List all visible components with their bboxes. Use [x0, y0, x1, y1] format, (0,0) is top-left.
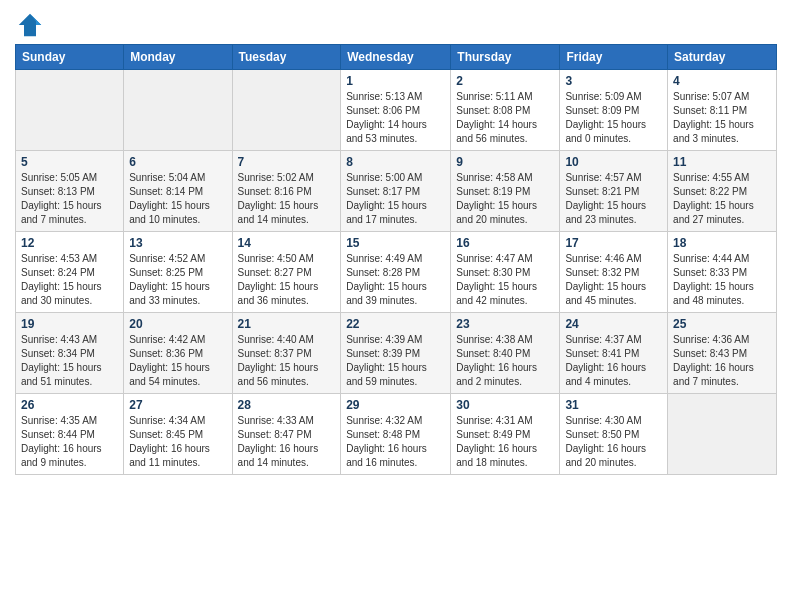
calendar-cell: 31Sunrise: 4:30 AM Sunset: 8:50 PM Dayli… — [560, 394, 668, 475]
calendar-cell: 6Sunrise: 5:04 AM Sunset: 8:14 PM Daylig… — [124, 151, 232, 232]
calendar-cell: 2Sunrise: 5:11 AM Sunset: 8:08 PM Daylig… — [451, 70, 560, 151]
day-info: Sunrise: 4:32 AM Sunset: 8:48 PM Dayligh… — [346, 414, 445, 470]
day-number: 18 — [673, 236, 771, 250]
calendar-cell: 25Sunrise: 4:36 AM Sunset: 8:43 PM Dayli… — [668, 313, 777, 394]
day-number: 17 — [565, 236, 662, 250]
day-number: 6 — [129, 155, 226, 169]
day-info: Sunrise: 5:09 AM Sunset: 8:09 PM Dayligh… — [565, 90, 662, 146]
day-info: Sunrise: 4:36 AM Sunset: 8:43 PM Dayligh… — [673, 333, 771, 389]
calendar-week-row: 5Sunrise: 5:05 AM Sunset: 8:13 PM Daylig… — [16, 151, 777, 232]
calendar-cell: 1Sunrise: 5:13 AM Sunset: 8:06 PM Daylig… — [341, 70, 451, 151]
day-number: 5 — [21, 155, 118, 169]
calendar-cell: 19Sunrise: 4:43 AM Sunset: 8:34 PM Dayli… — [16, 313, 124, 394]
weekday-header-tuesday: Tuesday — [232, 45, 341, 70]
logo-icon — [15, 10, 45, 40]
weekday-header-monday: Monday — [124, 45, 232, 70]
day-number: 26 — [21, 398, 118, 412]
calendar-table: SundayMondayTuesdayWednesdayThursdayFrid… — [15, 44, 777, 475]
weekday-header-sunday: Sunday — [16, 45, 124, 70]
day-info: Sunrise: 4:39 AM Sunset: 8:39 PM Dayligh… — [346, 333, 445, 389]
day-number: 13 — [129, 236, 226, 250]
day-number: 24 — [565, 317, 662, 331]
day-info: Sunrise: 4:33 AM Sunset: 8:47 PM Dayligh… — [238, 414, 336, 470]
calendar-cell — [16, 70, 124, 151]
calendar-cell: 23Sunrise: 4:38 AM Sunset: 8:40 PM Dayli… — [451, 313, 560, 394]
day-number: 3 — [565, 74, 662, 88]
day-number: 15 — [346, 236, 445, 250]
day-info: Sunrise: 4:44 AM Sunset: 8:33 PM Dayligh… — [673, 252, 771, 308]
day-number: 19 — [21, 317, 118, 331]
calendar-cell: 9Sunrise: 4:58 AM Sunset: 8:19 PM Daylig… — [451, 151, 560, 232]
day-number: 20 — [129, 317, 226, 331]
calendar-cell: 18Sunrise: 4:44 AM Sunset: 8:33 PM Dayli… — [668, 232, 777, 313]
page-header — [15, 10, 777, 40]
day-info: Sunrise: 4:50 AM Sunset: 8:27 PM Dayligh… — [238, 252, 336, 308]
calendar-cell: 8Sunrise: 5:00 AM Sunset: 8:17 PM Daylig… — [341, 151, 451, 232]
weekday-header-friday: Friday — [560, 45, 668, 70]
calendar-cell: 7Sunrise: 5:02 AM Sunset: 8:16 PM Daylig… — [232, 151, 341, 232]
day-number: 8 — [346, 155, 445, 169]
calendar-cell: 14Sunrise: 4:50 AM Sunset: 8:27 PM Dayli… — [232, 232, 341, 313]
calendar-cell — [232, 70, 341, 151]
day-info: Sunrise: 4:46 AM Sunset: 8:32 PM Dayligh… — [565, 252, 662, 308]
day-number: 30 — [456, 398, 554, 412]
day-info: Sunrise: 4:37 AM Sunset: 8:41 PM Dayligh… — [565, 333, 662, 389]
day-number: 25 — [673, 317, 771, 331]
calendar-cell: 22Sunrise: 4:39 AM Sunset: 8:39 PM Dayli… — [341, 313, 451, 394]
calendar-cell — [124, 70, 232, 151]
calendar-week-row: 12Sunrise: 4:53 AM Sunset: 8:24 PM Dayli… — [16, 232, 777, 313]
calendar-week-row: 1Sunrise: 5:13 AM Sunset: 8:06 PM Daylig… — [16, 70, 777, 151]
calendar-cell: 27Sunrise: 4:34 AM Sunset: 8:45 PM Dayli… — [124, 394, 232, 475]
day-info: Sunrise: 5:07 AM Sunset: 8:11 PM Dayligh… — [673, 90, 771, 146]
day-info: Sunrise: 4:38 AM Sunset: 8:40 PM Dayligh… — [456, 333, 554, 389]
day-number: 10 — [565, 155, 662, 169]
day-number: 27 — [129, 398, 226, 412]
calendar-cell: 15Sunrise: 4:49 AM Sunset: 8:28 PM Dayli… — [341, 232, 451, 313]
day-info: Sunrise: 5:13 AM Sunset: 8:06 PM Dayligh… — [346, 90, 445, 146]
day-number: 23 — [456, 317, 554, 331]
day-number: 11 — [673, 155, 771, 169]
calendar-cell: 26Sunrise: 4:35 AM Sunset: 8:44 PM Dayli… — [16, 394, 124, 475]
day-info: Sunrise: 4:55 AM Sunset: 8:22 PM Dayligh… — [673, 171, 771, 227]
calendar-cell: 17Sunrise: 4:46 AM Sunset: 8:32 PM Dayli… — [560, 232, 668, 313]
day-number: 7 — [238, 155, 336, 169]
day-info: Sunrise: 4:47 AM Sunset: 8:30 PM Dayligh… — [456, 252, 554, 308]
day-number: 29 — [346, 398, 445, 412]
day-number: 21 — [238, 317, 336, 331]
calendar-cell: 13Sunrise: 4:52 AM Sunset: 8:25 PM Dayli… — [124, 232, 232, 313]
calendar-cell: 12Sunrise: 4:53 AM Sunset: 8:24 PM Dayli… — [16, 232, 124, 313]
calendar-cell: 29Sunrise: 4:32 AM Sunset: 8:48 PM Dayli… — [341, 394, 451, 475]
day-info: Sunrise: 4:52 AM Sunset: 8:25 PM Dayligh… — [129, 252, 226, 308]
day-info: Sunrise: 4:40 AM Sunset: 8:37 PM Dayligh… — [238, 333, 336, 389]
logo — [15, 10, 49, 40]
calendar-cell: 3Sunrise: 5:09 AM Sunset: 8:09 PM Daylig… — [560, 70, 668, 151]
day-info: Sunrise: 5:05 AM Sunset: 8:13 PM Dayligh… — [21, 171, 118, 227]
weekday-header-row: SundayMondayTuesdayWednesdayThursdayFrid… — [16, 45, 777, 70]
day-info: Sunrise: 4:49 AM Sunset: 8:28 PM Dayligh… — [346, 252, 445, 308]
calendar-cell — [668, 394, 777, 475]
day-info: Sunrise: 4:35 AM Sunset: 8:44 PM Dayligh… — [21, 414, 118, 470]
day-number: 16 — [456, 236, 554, 250]
day-number: 14 — [238, 236, 336, 250]
day-info: Sunrise: 5:02 AM Sunset: 8:16 PM Dayligh… — [238, 171, 336, 227]
day-info: Sunrise: 4:34 AM Sunset: 8:45 PM Dayligh… — [129, 414, 226, 470]
calendar-cell: 4Sunrise: 5:07 AM Sunset: 8:11 PM Daylig… — [668, 70, 777, 151]
weekday-header-wednesday: Wednesday — [341, 45, 451, 70]
day-info: Sunrise: 4:57 AM Sunset: 8:21 PM Dayligh… — [565, 171, 662, 227]
day-number: 9 — [456, 155, 554, 169]
day-info: Sunrise: 4:43 AM Sunset: 8:34 PM Dayligh… — [21, 333, 118, 389]
day-number: 2 — [456, 74, 554, 88]
weekday-header-saturday: Saturday — [668, 45, 777, 70]
calendar-cell: 20Sunrise: 4:42 AM Sunset: 8:36 PM Dayli… — [124, 313, 232, 394]
calendar-cell: 24Sunrise: 4:37 AM Sunset: 8:41 PM Dayli… — [560, 313, 668, 394]
day-info: Sunrise: 5:11 AM Sunset: 8:08 PM Dayligh… — [456, 90, 554, 146]
day-info: Sunrise: 4:58 AM Sunset: 8:19 PM Dayligh… — [456, 171, 554, 227]
day-number: 1 — [346, 74, 445, 88]
calendar-cell: 21Sunrise: 4:40 AM Sunset: 8:37 PM Dayli… — [232, 313, 341, 394]
day-info: Sunrise: 4:31 AM Sunset: 8:49 PM Dayligh… — [456, 414, 554, 470]
calendar-cell: 10Sunrise: 4:57 AM Sunset: 8:21 PM Dayli… — [560, 151, 668, 232]
day-number: 12 — [21, 236, 118, 250]
calendar-week-row: 26Sunrise: 4:35 AM Sunset: 8:44 PM Dayli… — [16, 394, 777, 475]
day-info: Sunrise: 5:04 AM Sunset: 8:14 PM Dayligh… — [129, 171, 226, 227]
day-number: 4 — [673, 74, 771, 88]
